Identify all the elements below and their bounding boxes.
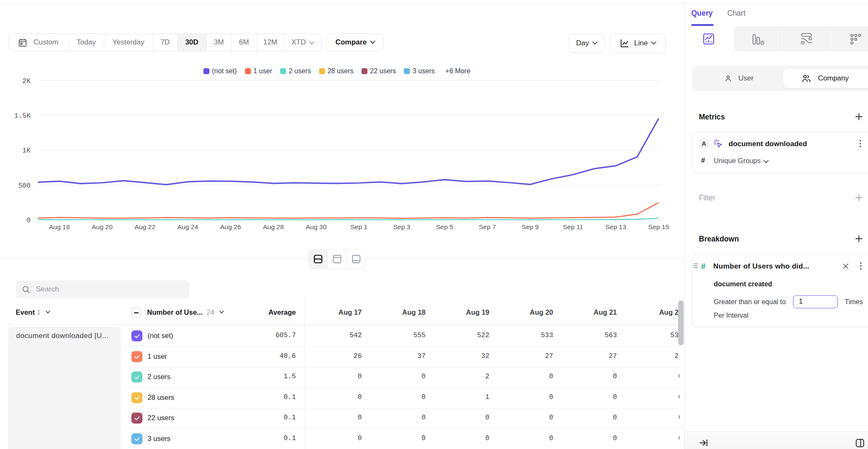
svg-text:Sep 15: Sep 15 [648, 223, 669, 230]
svg-text:Sep 11: Sep 11 [563, 223, 583, 230]
svg-text:Aug 26: Aug 26 [220, 223, 241, 230]
svg-text:Aug 20: Aug 20 [92, 223, 113, 230]
svg-text:0: 0 [26, 217, 31, 224]
svg-text:Sep 7: Sep 7 [479, 223, 496, 230]
svg-text:1K: 1K [22, 147, 31, 155]
svg-text:2K: 2K [22, 78, 31, 85]
svg-text:Sep 5: Sep 5 [436, 223, 453, 230]
svg-text:Aug 24: Aug 24 [177, 223, 198, 230]
svg-text:Aug 30: Aug 30 [306, 223, 327, 230]
svg-text:500: 500 [18, 182, 31, 190]
svg-text:Sep 3: Sep 3 [393, 223, 411, 230]
svg-text:Sep 13: Sep 13 [605, 223, 626, 230]
svg-text:1.5K: 1.5K [14, 112, 31, 120]
svg-text:Sep 9: Sep 9 [522, 223, 539, 230]
svg-text:Aug 22: Aug 22 [134, 223, 155, 230]
svg-text:Aug 28: Aug 28 [263, 223, 284, 230]
svg-text:Aug 18: Aug 18 [49, 223, 70, 230]
svg-text:Sep 1: Sep 1 [351, 223, 368, 230]
